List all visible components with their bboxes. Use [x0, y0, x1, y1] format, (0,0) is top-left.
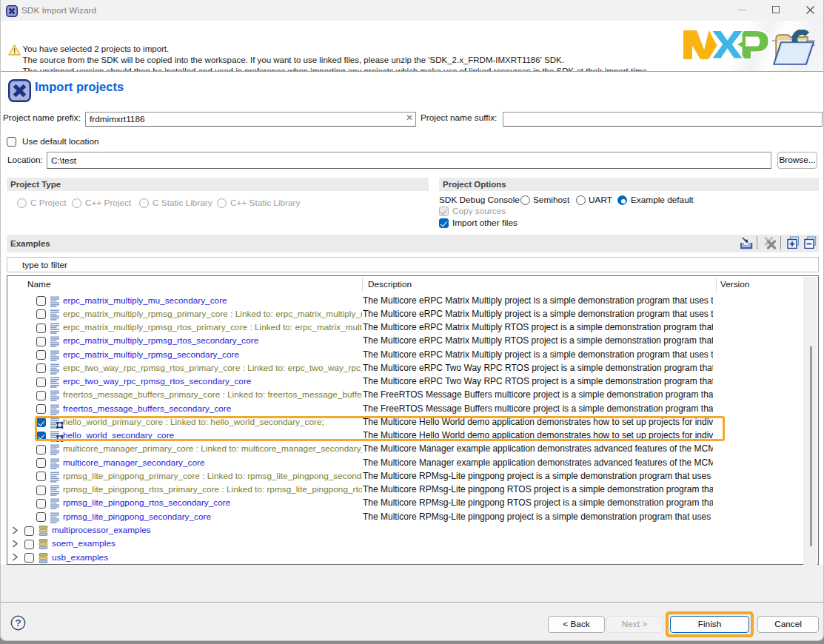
svg-text:?: ?: [15, 617, 21, 628]
